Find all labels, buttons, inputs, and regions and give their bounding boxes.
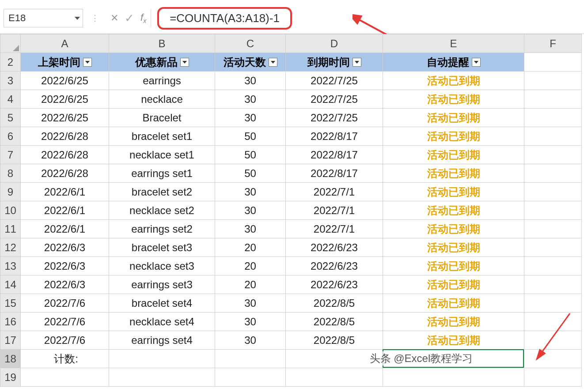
cell-F5[interactable]	[524, 109, 582, 127]
cell-C5[interactable]: 30	[215, 109, 286, 127]
cell-A18[interactable]: 计数:	[21, 350, 109, 368]
row-header-19[interactable]: 19	[0, 368, 21, 387]
table-header-E[interactable]: 自动提醒	[383, 53, 524, 72]
cell-A9[interactable]: 2022/6/1	[21, 183, 109, 201]
cell-E12[interactable]: 活动已到期	[383, 238, 524, 257]
cell-B13[interactable]: necklace set3	[109, 257, 215, 275]
filter-button[interactable]	[472, 58, 481, 67]
cell-C12[interactable]: 20	[215, 238, 286, 257]
cell-D7[interactable]: 2022/8/17	[286, 146, 383, 164]
cell-A10[interactable]: 2022/6/1	[21, 201, 109, 220]
cell-E13[interactable]: 活动已到期	[383, 257, 524, 275]
cell-C14[interactable]: 20	[215, 275, 286, 294]
column-header-F[interactable]: F	[524, 34, 582, 53]
cell-E6[interactable]: 活动已到期	[383, 127, 524, 146]
cell-C15[interactable]: 30	[215, 294, 286, 313]
cell-B18[interactable]	[109, 350, 215, 368]
column-header-B[interactable]: B	[109, 34, 215, 53]
cell-B16[interactable]: necklace set4	[109, 313, 215, 331]
cell-B19[interactable]	[109, 368, 215, 387]
filter-button[interactable]	[180, 58, 189, 67]
cell-B4[interactable]: necklace	[109, 90, 215, 109]
row-header-3[interactable]: 3	[0, 72, 21, 90]
cell-F2[interactable]	[524, 53, 582, 72]
cell-D5[interactable]: 2022/7/25	[286, 109, 383, 127]
cell-C16[interactable]: 30	[215, 313, 286, 331]
cell-F19[interactable]	[524, 368, 582, 387]
cell-F16[interactable]	[524, 313, 582, 331]
cell-B9[interactable]: bracelet set2	[109, 183, 215, 201]
cell-C13[interactable]: 20	[215, 257, 286, 275]
row-header-17[interactable]: 17	[0, 331, 21, 350]
cell-F11[interactable]	[524, 220, 582, 238]
cell-A15[interactable]: 2022/7/6	[21, 294, 109, 313]
cell-A3[interactable]: 2022/6/25	[21, 72, 109, 90]
cell-D16[interactable]: 2022/8/5	[286, 313, 383, 331]
cell-E16[interactable]: 活动已到期	[383, 313, 524, 331]
cell-D9[interactable]: 2022/7/1	[286, 183, 383, 201]
row-header-15[interactable]: 15	[0, 294, 21, 313]
cell-C19[interactable]	[215, 368, 286, 387]
cell-B8[interactable]: earrings set1	[109, 164, 215, 183]
cell-C9[interactable]: 30	[215, 183, 286, 201]
row-header-18[interactable]: 18	[0, 350, 21, 368]
fx-icon[interactable]: fx	[140, 12, 146, 24]
cell-F7[interactable]	[524, 146, 582, 164]
cell-C3[interactable]: 30	[215, 72, 286, 90]
cell-A8[interactable]: 2022/6/28	[21, 164, 109, 183]
cell-E9[interactable]: 活动已到期	[383, 183, 524, 201]
cell-D14[interactable]: 2022/6/23	[286, 275, 383, 294]
cell-D8[interactable]: 2022/8/17	[286, 164, 383, 183]
cell-D15[interactable]: 2022/8/5	[286, 294, 383, 313]
cell-B12[interactable]: bracelet set3	[109, 238, 215, 257]
table-header-B[interactable]: 优惠新品	[109, 53, 215, 72]
row-header-6[interactable]: 6	[0, 127, 21, 146]
cell-A12[interactable]: 2022/6/3	[21, 238, 109, 257]
column-header-E[interactable]: E	[383, 34, 524, 53]
cell-C11[interactable]: 30	[215, 220, 286, 238]
cell-B17[interactable]: earrings set4	[109, 331, 215, 350]
cell-A14[interactable]: 2022/6/3	[21, 275, 109, 294]
select-all-corner[interactable]	[0, 34, 21, 53]
filter-button[interactable]	[83, 58, 92, 67]
cell-D12[interactable]: 2022/6/23	[286, 238, 383, 257]
cell-F3[interactable]	[524, 72, 582, 90]
cell-B5[interactable]: Bracelet	[109, 109, 215, 127]
cell-F8[interactable]	[524, 164, 582, 183]
row-header-16[interactable]: 16	[0, 313, 21, 331]
cell-D13[interactable]: 2022/6/23	[286, 257, 383, 275]
cell-C6[interactable]: 50	[215, 127, 286, 146]
cell-F15[interactable]	[524, 294, 582, 313]
cell-D3[interactable]: 2022/7/25	[286, 72, 383, 90]
formula-input[interactable]: =COUNTA(A3:A18)-1	[157, 7, 292, 30]
cell-E7[interactable]: 活动已到期	[383, 146, 524, 164]
cell-C18[interactable]	[215, 350, 286, 368]
cell-A19[interactable]	[21, 368, 109, 387]
cell-E17[interactable]: 活动已到期	[383, 331, 524, 350]
row-header-13[interactable]: 13	[0, 257, 21, 275]
cell-D10[interactable]: 2022/7/1	[286, 201, 383, 220]
row-header-2[interactable]: 2	[0, 53, 21, 72]
name-box[interactable]: E18	[4, 9, 83, 27]
table-header-A[interactable]: 上架时间	[21, 53, 109, 72]
cell-B7[interactable]: necklace set1	[109, 146, 215, 164]
row-header-7[interactable]: 7	[0, 146, 21, 164]
cell-F6[interactable]	[524, 127, 582, 146]
cell-C7[interactable]: 50	[215, 146, 286, 164]
row-header-12[interactable]: 12	[0, 238, 21, 257]
cell-B10[interactable]: necklace set2	[109, 201, 215, 220]
cell-F18[interactable]	[524, 350, 582, 368]
cell-E8[interactable]: 活动已到期	[383, 164, 524, 183]
cell-C4[interactable]: 30	[215, 90, 286, 109]
row-header-8[interactable]: 8	[0, 164, 21, 183]
cell-A13[interactable]: 2022/6/3	[21, 257, 109, 275]
cell-D19[interactable]	[286, 368, 383, 387]
cell-F9[interactable]	[524, 183, 582, 201]
cell-A17[interactable]: 2022/7/6	[21, 331, 109, 350]
cell-A16[interactable]: 2022/7/6	[21, 313, 109, 331]
cell-F13[interactable]	[524, 257, 582, 275]
cell-E10[interactable]: 活动已到期	[383, 201, 524, 220]
enter-icon[interactable]: ✓	[122, 11, 137, 25]
cell-B11[interactable]: earrings set2	[109, 220, 215, 238]
cell-E11[interactable]: 活动已到期	[383, 220, 524, 238]
